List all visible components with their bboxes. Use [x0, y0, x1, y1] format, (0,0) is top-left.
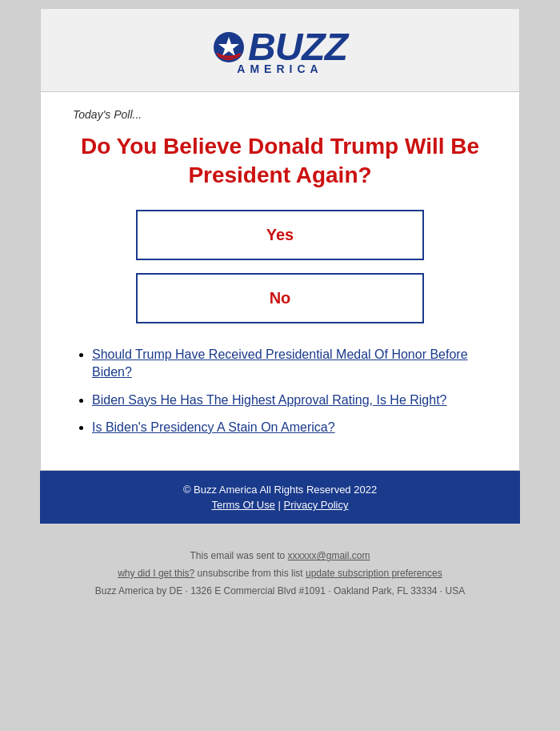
sent-to-line: This email was sent to xxxxxx@gmail.com	[40, 548, 520, 565]
yes-button[interactable]: Yes	[136, 210, 424, 260]
footer-bar: © Buzz America All Rights Reserved 2022 …	[40, 471, 520, 524]
logo-wrapper: BUZZ AMERICA	[213, 25, 347, 75]
no-button[interactable]: No	[136, 273, 424, 323]
below-email-section: This email was sent to xxxxxx@gmail.com …	[40, 548, 520, 600]
list-item: Biden Says He Has The Highest Approval R…	[92, 392, 487, 409]
poll-label: Today's Poll...	[73, 108, 487, 121]
footer-links: Terms Of Use | Privacy Policy	[56, 499, 504, 511]
recipient-email[interactable]: xxxxxx@gmail.com	[288, 550, 370, 561]
unsubscribe-text: unsubscribe from this list	[198, 568, 306, 579]
main-content: Today's Poll... Do You Believe Donald Tr…	[40, 92, 520, 471]
poll-buttons: Yes No	[73, 210, 487, 323]
related-links-list: Should Trump Have Received Presidential …	[73, 346, 487, 437]
address-line: Buzz America by DE · 1326 E Commercial B…	[40, 583, 520, 600]
manage-links-line: why did I get this? unsubscribe from thi…	[40, 565, 520, 583]
list-item: Should Trump Have Received Presidential …	[92, 346, 487, 382]
buzz-america-icon	[213, 31, 245, 63]
poll-question: Do You Believe Donald Trump Will Be Pres…	[73, 132, 487, 191]
update-subscription-link[interactable]: update subscription preferences	[306, 568, 442, 579]
related-link-3[interactable]: Is Biden's Presidency A Stain On America…	[92, 420, 335, 434]
terms-of-use-link[interactable]: Terms Of Use	[211, 499, 274, 511]
related-link-2[interactable]: Biden Says He Has The Highest Approval R…	[92, 393, 447, 407]
why-did-i-get-this-link[interactable]: why did I get this?	[118, 568, 194, 579]
list-item: Is Biden's Presidency A Stain On America…	[92, 419, 487, 436]
footer-copyright: © Buzz America All Rights Reserved 2022	[56, 484, 504, 496]
logo-america-text: AMERICA	[237, 62, 322, 75]
privacy-policy-link[interactable]: Privacy Policy	[284, 499, 349, 511]
footer-separator: |	[278, 499, 281, 511]
related-link-1[interactable]: Should Trump Have Received Presidential …	[92, 347, 468, 379]
sent-to-text: This email was sent to	[190, 550, 286, 561]
logo-section: BUZZ AMERICA	[40, 8, 520, 92]
